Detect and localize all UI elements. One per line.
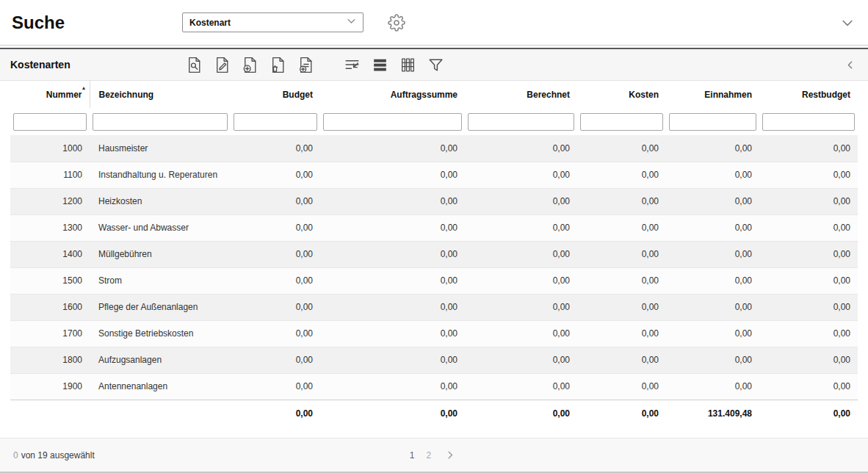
cell-budget: 0,00 xyxy=(231,162,320,188)
filter-input-kosten[interactable] xyxy=(580,113,663,131)
table-body: 1000 Hausmeister 0,00 0,00 0,00 0,00 0,0… xyxy=(10,135,858,400)
cell-berechnet: 0,00 xyxy=(465,188,577,214)
table-row[interactable]: 1000 Hausmeister 0,00 0,00 0,00 0,00 0,0… xyxy=(10,135,858,162)
toolbar-actions xyxy=(184,54,446,76)
cell-berechnet: 0,00 xyxy=(465,135,577,162)
table-row[interactable]: 1300 Wasser- und Abwasser 0,00 0,00 0,00… xyxy=(10,214,858,241)
page-button-2[interactable]: 2 xyxy=(427,450,432,461)
filter-input-berechnet[interactable] xyxy=(468,113,574,131)
add-record-button[interactable] xyxy=(239,54,261,76)
summary-empty xyxy=(10,400,90,427)
cell-bezeichnung: Sonstige Betriebskosten xyxy=(90,320,231,347)
column-header-restbudget[interactable]: Restbudget xyxy=(759,81,858,108)
settings-button[interactable] xyxy=(386,12,407,33)
cell-berechnet: 0,00 xyxy=(465,347,577,373)
cell-auftragssumme: 0,00 xyxy=(320,347,465,373)
cell-budget: 0,00 xyxy=(231,294,320,320)
status-bar: 0 von 19 ausgewählt 1 2 xyxy=(0,438,868,472)
filter-input-auftragssumme[interactable] xyxy=(323,113,462,131)
cell-berechnet: 0,00 xyxy=(465,162,577,188)
table-row[interactable]: 1500 Strom 0,00 0,00 0,00 0,00 0,00 0,00 xyxy=(10,267,858,294)
table-row[interactable]: 1900 Antennenanlagen 0,00 0,00 0,00 0,00… xyxy=(10,373,858,400)
filter-button[interactable] xyxy=(425,54,446,76)
edit-record-button[interactable] xyxy=(211,54,233,76)
summary-auftragssumme: 0,00 xyxy=(320,400,465,427)
cell-einnahmen: 0,00 xyxy=(666,267,759,294)
preview-record-button[interactable] xyxy=(184,54,205,76)
cell-einnahmen: 0,00 xyxy=(666,214,759,241)
cell-einnahmen: 0,00 xyxy=(666,162,759,188)
cell-budget: 0,00 xyxy=(231,347,320,373)
table-row[interactable]: 1100 Instandhaltung u. Reperaturen 0,00 … xyxy=(10,162,858,188)
cell-budget: 0,00 xyxy=(231,320,320,347)
column-header-kosten[interactable]: Kosten xyxy=(577,81,666,108)
table-row[interactable]: 1600 Pflege der Außenanlagen 0,00 0,00 0… xyxy=(10,294,858,320)
column-header-budget[interactable]: Budget xyxy=(231,81,320,108)
next-page-button[interactable] xyxy=(443,447,458,463)
chevron-left-icon xyxy=(844,59,856,71)
cell-bezeichnung: Antennenanlagen xyxy=(90,373,231,400)
delete-record-button[interactable] xyxy=(267,54,289,76)
page-button-1[interactable]: 1 xyxy=(410,450,415,461)
collapse-search-button[interactable] xyxy=(839,14,856,32)
cell-restbudget: 0,00 xyxy=(759,188,858,214)
cell-budget: 0,00 xyxy=(231,241,320,267)
cell-kosten: 0,00 xyxy=(577,267,666,294)
summary-empty xyxy=(90,400,231,427)
column-header-bezeichnung[interactable]: Bezeichnung xyxy=(90,81,231,108)
column-header-einnahmen[interactable]: Einnahmen xyxy=(666,81,759,108)
row-select-button[interactable] xyxy=(341,54,363,76)
table-row[interactable]: 1700 Sonstige Betriebskosten 0,00 0,00 0… xyxy=(10,320,858,347)
copy-record-button[interactable] xyxy=(295,54,317,76)
column-header-nummer[interactable]: Nummer ▲ xyxy=(10,81,90,108)
filter-input-einnahmen[interactable] xyxy=(669,113,756,131)
sort-asc-icon: ▲ xyxy=(82,85,87,90)
cell-berechnet: 0,00 xyxy=(465,320,577,347)
cell-restbudget: 0,00 xyxy=(759,214,858,241)
column-settings-button[interactable] xyxy=(397,54,419,76)
cell-kosten: 0,00 xyxy=(577,188,666,214)
cell-restbudget: 0,00 xyxy=(759,347,858,373)
cell-budget: 0,00 xyxy=(231,267,320,294)
document-delete-icon xyxy=(269,56,287,74)
column-label: Berechnet xyxy=(527,90,570,100)
cell-berechnet: 0,00 xyxy=(465,214,577,241)
filter-row xyxy=(10,108,858,135)
table-row[interactable]: 1800 Aufzugsanlagen 0,00 0,00 0,00 0,00 … xyxy=(10,347,858,373)
selection-count: 0 xyxy=(13,450,18,461)
filter-input-bezeichnung[interactable] xyxy=(93,113,228,131)
cell-restbudget: 0,00 xyxy=(759,294,858,320)
table-row[interactable]: 1200 Heizkosten 0,00 0,00 0,00 0,00 0,00… xyxy=(10,188,858,214)
cell-kosten: 0,00 xyxy=(577,373,666,400)
column-label: Nummer xyxy=(46,90,82,100)
column-header-berechnet[interactable]: Berechnet xyxy=(465,81,577,108)
filter-funnel-icon xyxy=(427,56,445,74)
column-label: Restbudget xyxy=(802,90,850,100)
summary-einnahmen: 131.409,48 xyxy=(666,400,759,427)
cell-einnahmen: 0,00 xyxy=(666,135,759,162)
pagination: 1 2 xyxy=(410,447,458,463)
cell-einnahmen: 0,00 xyxy=(666,373,759,400)
cell-nummer: 1700 xyxy=(10,320,90,347)
cell-einnahmen: 0,00 xyxy=(666,347,759,373)
document-edit-icon xyxy=(213,56,231,74)
table-row[interactable]: 1400 Müllgebühren 0,00 0,00 0,00 0,00 0,… xyxy=(10,241,858,267)
filter-input-restbudget[interactable] xyxy=(762,113,855,131)
chevron-down-icon xyxy=(346,15,357,29)
cell-budget: 0,00 xyxy=(231,373,320,400)
cell-kosten: 0,00 xyxy=(577,294,666,320)
cell-nummer: 1300 xyxy=(10,214,90,241)
filter-input-budget[interactable] xyxy=(234,113,317,131)
search-type-select[interactable]: Kostenart xyxy=(182,12,364,32)
summary-row: 0,00 0,00 0,00 0,00 131.409,48 0,00 xyxy=(10,400,858,427)
collapse-panel-button[interactable] xyxy=(842,57,858,73)
column-header-auftragssumme[interactable]: Auftragssumme xyxy=(320,81,465,108)
filter-input-nummer[interactable] xyxy=(13,113,87,131)
chevron-down-icon xyxy=(840,15,855,30)
selection-label: von 19 ausgewählt xyxy=(21,450,95,461)
row-layout-button[interactable] xyxy=(369,54,391,76)
summary-berechnet: 0,00 xyxy=(465,400,577,427)
cell-kosten: 0,00 xyxy=(577,162,666,188)
cell-bezeichnung: Aufzugsanlagen xyxy=(90,347,231,373)
cell-bezeichnung: Müllgebühren xyxy=(90,241,231,267)
